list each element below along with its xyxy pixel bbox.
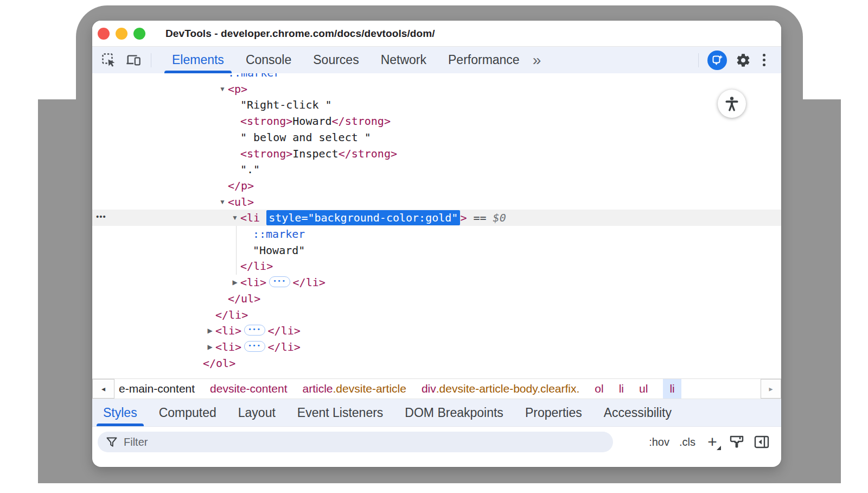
breadcrumb-scroll-right-button[interactable]: ▸ (761, 379, 781, 399)
dom-token-string: "Right-click " (240, 98, 332, 111)
dom-node-text: <li>•••</li> (215, 339, 301, 355)
dom-node-text: <p> (228, 81, 247, 97)
dom-node-row[interactable]: ▼<p> (92, 81, 781, 97)
ai-assistant-icon[interactable] (707, 50, 727, 70)
breadcrumb-item[interactable]: devsite-content (210, 379, 287, 399)
dom-node-row[interactable]: ▶<li>•••</li> (92, 339, 781, 355)
dom-token-hl: style="background-color:gold" (266, 210, 460, 225)
dom-node-row[interactable]: </li> (92, 258, 781, 274)
device-toolbar-icon[interactable] (126, 53, 141, 68)
dom-node-text: <li>•••</li> (215, 323, 301, 339)
dom-node-row[interactable]: </ol> (92, 355, 781, 371)
dom-token-op: == (467, 211, 493, 224)
styles-filter-row: :hov .cls + (92, 427, 781, 457)
dom-node-row[interactable]: ▶<li>•••</li> (92, 274, 781, 290)
close-window-button[interactable] (98, 28, 110, 40)
breadcrumb-part: li (619, 382, 624, 395)
toggle-sidebar-icon[interactable] (754, 435, 769, 448)
dom-node-row[interactable]: ▶<li>•••</li> (92, 323, 781, 339)
zoom-window-button[interactable] (133, 28, 145, 40)
breadcrumb-part: ol (595, 382, 603, 395)
collapse-arrow-icon[interactable]: ▼ (218, 194, 227, 210)
tab-console[interactable]: Console (235, 47, 302, 73)
tab-performance[interactable]: Performance (437, 47, 531, 73)
dom-node-row[interactable]: <strong>Howard</strong> (92, 113, 781, 129)
dom-node-row[interactable]: "Right-click " (92, 97, 781, 113)
more-menu-icon[interactable] (760, 54, 768, 66)
dom-node-text: <li>•••</li> (240, 274, 326, 290)
tab-properties[interactable]: Properties (525, 399, 582, 426)
dom-node-text: </ul> (228, 290, 260, 307)
breadcrumb-item[interactable]: li (619, 379, 624, 399)
tab-sources[interactable]: Sources (302, 47, 369, 73)
dom-node-row[interactable]: <strong>Inspect</strong> (92, 146, 781, 162)
styles-filter-pill[interactable] (98, 432, 613, 452)
collapse-arrow-icon[interactable]: ▼ (218, 81, 227, 97)
expand-ellipsis-button[interactable]: ••• (269, 276, 290, 287)
screenshot-stage: DevTools - developer.chrome.com/docs/dev… (0, 0, 868, 493)
breadcrumb-item[interactable]: e-main-content (119, 379, 195, 399)
rendering-brush-icon[interactable] (729, 435, 744, 449)
settings-gear-icon[interactable] (736, 53, 751, 68)
tab-dom-breakpoints[interactable]: DOM Breakpoints (405, 399, 503, 426)
tab-layout[interactable]: Layout (238, 399, 276, 426)
dom-token-tag: </li> (268, 324, 301, 337)
dom-node-text: </p> (228, 178, 254, 194)
dom-token-tag: <li> (215, 324, 241, 337)
dom-node-row[interactable]: </ul> (92, 290, 781, 307)
dom-node-row[interactable]: </li> (92, 307, 781, 323)
dom-node-text: <strong>Inspect</strong> (240, 146, 397, 162)
expand-ellipsis-button[interactable]: ••• (244, 325, 265, 336)
breadcrumb-item[interactable]: article.devsite-article (303, 379, 406, 399)
row-ellipsis-gutter[interactable]: ••• (96, 208, 106, 225)
dom-token-tag: </strong> (332, 115, 391, 128)
dom-token-tag: <li (240, 211, 266, 224)
inspect-element-icon[interactable] (101, 53, 116, 68)
collapse-arrow-icon[interactable]: ▼ (230, 210, 240, 226)
dom-node-row[interactable]: "." (92, 161, 781, 178)
breadcrumb-scroll-left-button[interactable]: ◂ (92, 379, 114, 399)
dom-node-text: <li style="background-color:gold"> == $0 (240, 210, 506, 226)
dom-token-tag: </li> (215, 308, 248, 321)
dom-node-text: <ul> (228, 194, 254, 210)
tab-accessibility[interactable]: Accessibility (604, 399, 672, 426)
breadcrumb-item[interactable]: ol (595, 379, 603, 399)
breadcrumb-item[interactable]: div.devsite-article-body.clearfix. (422, 379, 579, 399)
dom-token-text: Inspect (292, 147, 338, 160)
breadcrumb-item[interactable]: ul (639, 379, 648, 399)
breadcrumb-part: li (669, 382, 674, 395)
dom-token-tag: </p> (228, 179, 254, 192)
element-classes-button[interactable]: .cls (679, 436, 695, 448)
breadcrumb-part: e-main-content (119, 382, 195, 395)
dom-node-row[interactable]: ::marker (92, 73, 781, 81)
dom-node-row[interactable]: •••▼<li style="background-color:gold"> =… (92, 210, 781, 226)
dom-token-tag: </li> (268, 340, 301, 353)
dom-token-dollar: $0 (493, 211, 506, 224)
breadcrumb-item[interactable]: li (663, 379, 681, 399)
tab-event-listeners[interactable]: Event Listeners (297, 399, 384, 426)
minimize-window-button[interactable] (116, 28, 127, 40)
tab-elements[interactable]: Elements (161, 47, 235, 73)
new-style-rule-button[interactable]: + (705, 435, 719, 448)
expand-ellipsis-button[interactable]: ••• (244, 341, 265, 352)
breadcrumb-list: e-main-contentdevsite-contentarticle.dev… (114, 379, 682, 399)
dom-token-tag: > (460, 211, 467, 224)
tab-network[interactable]: Network (370, 47, 437, 73)
dom-node-row[interactable]: </p> (92, 178, 781, 194)
dom-node-row[interactable]: ::marker (92, 226, 781, 242)
dom-node-row[interactable]: "Howard" (92, 242, 781, 258)
tab-styles[interactable]: Styles (103, 399, 137, 426)
expand-arrow-icon[interactable]: ▶ (205, 323, 215, 339)
dom-token-string: " below and select " (240, 131, 371, 144)
breadcrumb-part: article (303, 382, 333, 395)
styles-filter-input[interactable] (124, 436, 604, 448)
more-tabs-icon[interactable]: » (533, 53, 541, 68)
expand-arrow-icon[interactable]: ▶ (230, 274, 240, 290)
dom-token-tag: <li> (240, 276, 266, 289)
tab-computed[interactable]: Computed (159, 399, 216, 426)
expand-arrow-icon[interactable]: ▶ (205, 339, 215, 355)
toggle-element-state-button[interactable]: :hov (649, 436, 669, 448)
dom-node-row[interactable]: ▼<ul> (92, 194, 781, 210)
dom-node-row[interactable]: " below and select " (92, 129, 781, 146)
breadcrumb-bar: ◂ e-main-contentdevsite-contentarticle.d… (92, 378, 781, 399)
